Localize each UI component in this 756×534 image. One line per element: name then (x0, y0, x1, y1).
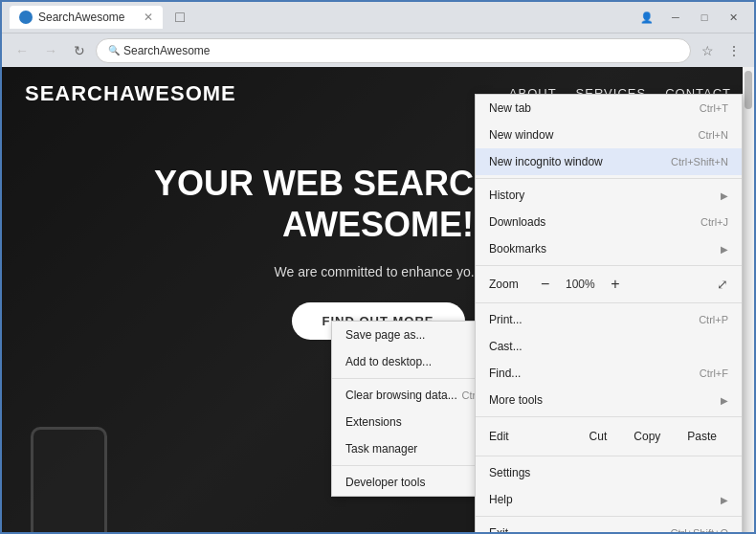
ctx-exit-label: Exit (489, 526, 670, 532)
ctx-exit-shortcut: Ctrl+Shift+Q (670, 527, 728, 532)
ctx-large-divider-6 (476, 516, 742, 517)
ctx-bookmarks[interactable]: Bookmarks (476, 235, 742, 262)
ctx-dev-tools-label: Developer tools (345, 476, 475, 489)
ctx-history[interactable]: History (476, 182, 742, 209)
ctx-clear-browsing-label: Clear browsing data... (345, 389, 462, 402)
ctx-print-shortcut: Ctrl+P (699, 314, 728, 325)
forward-icon: → (44, 43, 57, 58)
ctx-cast-label: Cast... (489, 340, 728, 353)
address-bar: ← → ↻ 🔍 SearchAwesome ☆ ⋮ (2, 33, 754, 67)
ctx-zoom-row: Zoom − 100% + ⤢ (476, 269, 742, 300)
bookmark-button[interactable]: ☆ (695, 38, 720, 63)
minimize-button[interactable]: ─ (662, 8, 689, 27)
ctx-more-tools[interactable]: More tools (476, 387, 742, 413)
ctx-zoom-label: Zoom (489, 278, 527, 291)
ctx-new-incognito[interactable]: New incognito window Ctrl+Shift+N (476, 148, 742, 175)
new-tab-icon: □ (175, 9, 185, 26)
tab-title: SearchAwesome (38, 11, 125, 24)
large-context-menu[interactable]: New tab Ctrl+T New window Ctrl+N New inc… (475, 94, 743, 532)
ctx-new-incognito-label: New incognito window (489, 155, 671, 168)
minimize-icon: ─ (672, 11, 679, 23)
ctx-cut-button[interactable]: Cut (578, 426, 619, 447)
close-icon: ✕ (729, 11, 738, 24)
ctx-large-divider-5 (476, 456, 742, 456)
ctx-zoom-value: 100% (563, 278, 597, 291)
ctx-downloads-shortcut: Ctrl+J (700, 216, 728, 228)
ctx-new-tab[interactable]: New tab Ctrl+T (476, 95, 742, 122)
ctx-find[interactable]: Find... Ctrl+F (476, 360, 742, 387)
tab-favicon (19, 11, 33, 24)
ctx-help-label: Help (489, 493, 713, 506)
forward-button[interactable]: → (38, 38, 63, 63)
close-button[interactable]: ✕ (720, 8, 746, 27)
new-tab-button[interactable]: □ (167, 6, 193, 29)
address-actions: ☆ ⋮ (695, 38, 746, 63)
ctx-print-label: Print... (489, 313, 699, 326)
ctx-edit-label: Edit (489, 430, 509, 443)
site-logo: SEARCHAWESOME (25, 81, 236, 106)
menu-icon: ⋮ (727, 43, 741, 58)
phone-image (31, 427, 107, 532)
ctx-exit[interactable]: Exit Ctrl+Shift+Q (476, 520, 742, 532)
browser-tab[interactable]: SearchAwesome ✕ (10, 6, 163, 29)
ctx-help[interactable]: Help (476, 486, 742, 513)
maximize-button[interactable]: □ (691, 8, 718, 27)
ctx-new-window-label: New window (489, 128, 699, 142)
maximize-icon: □ (701, 11, 708, 23)
address-input[interactable]: 🔍 SearchAwesome (96, 38, 691, 63)
viewport: SEARCHAWESOME ABOUT SERVICES CONTACT YOU… (2, 67, 754, 532)
menu-button[interactable]: ⋮ (722, 38, 746, 63)
back-icon: ← (15, 43, 29, 58)
ctx-large-divider-2 (476, 265, 742, 266)
ctx-new-tab-shortcut: Ctrl+T (700, 102, 728, 114)
ctx-task-manager-label: Task manager (345, 442, 482, 456)
ctx-bookmarks-label: Bookmarks (489, 242, 713, 256)
ctx-new-tab-label: New tab (489, 101, 700, 115)
ctx-settings-label: Settings (489, 466, 728, 479)
ctx-cast[interactable]: Cast... (476, 333, 742, 360)
ctx-zoom-plus-button[interactable]: + (605, 274, 625, 295)
reload-icon: ↻ (74, 43, 85, 58)
browser-window: SearchAwesome ✕ □ 👤 ─ □ ✕ ← → (0, 0, 756, 534)
title-bar-controls: 👤 ─ □ ✕ (634, 8, 746, 27)
reload-button[interactable]: ↻ (67, 38, 92, 63)
ctx-new-window[interactable]: New window Ctrl+N (476, 122, 742, 148)
title-bar: SearchAwesome ✕ □ 👤 ─ □ ✕ (2, 2, 754, 33)
ctx-new-incognito-shortcut: Ctrl+Shift+N (671, 156, 728, 167)
ctx-zoom-expand-button[interactable]: ⤢ (717, 277, 728, 292)
ctx-edit-group: Edit Cut Copy Paste (476, 420, 742, 453)
ctx-history-label: History (489, 189, 713, 202)
ctx-zoom-minus-button[interactable]: − (535, 274, 555, 295)
ctx-copy-button[interactable]: Copy (622, 426, 672, 447)
ctx-downloads[interactable]: Downloads Ctrl+J (476, 209, 742, 235)
ctx-large-divider-3 (476, 302, 742, 303)
tab-close-button[interactable]: ✕ (144, 11, 153, 24)
ctx-paste-button[interactable]: Paste (676, 426, 728, 447)
ctx-find-shortcut: Ctrl+F (700, 367, 728, 379)
ctx-print[interactable]: Print... Ctrl+P (476, 306, 742, 333)
ctx-more-tools-label: More tools (489, 393, 713, 407)
star-icon: ☆ (701, 43, 714, 58)
ctx-settings[interactable]: Settings (476, 459, 742, 486)
search-icon: 🔍 (108, 45, 120, 56)
back-button[interactable]: ← (10, 38, 34, 63)
profile-icon: 👤 (640, 11, 654, 24)
ctx-large-divider-4 (476, 416, 742, 417)
ctx-downloads-label: Downloads (489, 215, 700, 229)
ctx-new-window-shortcut: Ctrl+N (699, 129, 728, 141)
profile-button[interactable]: 👤 (634, 8, 660, 27)
ctx-large-divider-1 (476, 178, 742, 179)
address-text: SearchAwesome (123, 44, 211, 57)
ctx-find-label: Find... (489, 367, 700, 380)
